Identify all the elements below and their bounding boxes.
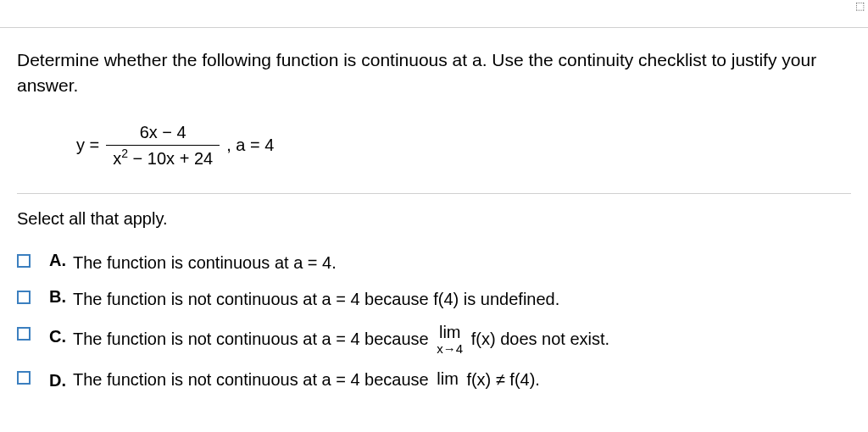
option-C[interactable]: C. The function is not continuous at a =… xyxy=(17,324,851,355)
equation-lhs: y = xyxy=(76,136,99,155)
equation-denominator: x2 − 10x + 24 xyxy=(106,145,220,171)
checkbox-C[interactable] xyxy=(17,327,31,341)
equation: y = 6x − 4 x2 − 10x + 24 , a = 4 xyxy=(76,119,851,171)
option-A[interactable]: A. The function is continuous at a = 4. xyxy=(17,251,851,274)
checkbox-B[interactable] xyxy=(17,291,31,304)
divider-mid xyxy=(17,193,851,194)
question-prompt: Determine whether the following function… xyxy=(17,47,851,99)
cropped-fragment: ⬚ xyxy=(855,0,865,12)
option-letter: D. xyxy=(49,371,73,390)
limit-expression: lim x→4 xyxy=(437,324,463,355)
option-text: The function is continuous at a = 4. xyxy=(73,251,337,274)
option-letter: C. xyxy=(49,327,73,346)
limit-expression: lim xyxy=(437,370,459,389)
select-all-label: Select all that apply. xyxy=(17,209,851,229)
option-letter: B. xyxy=(49,287,73,307)
option-text: The function is not continuous at a = 4 … xyxy=(73,368,540,391)
option-letter: A. xyxy=(49,251,73,270)
options-list: A. The function is continuous at a = 4. … xyxy=(17,251,851,391)
option-text: The function is not continuous at a = 4 … xyxy=(73,324,609,355)
option-B[interactable]: B. The function is not continuous at a =… xyxy=(17,287,851,311)
equation-after: , a = 4 xyxy=(226,136,274,155)
checkbox-D[interactable] xyxy=(17,371,31,385)
question-content: Determine whether the following function… xyxy=(17,47,851,404)
option-D[interactable]: D. The function is not continuous at a =… xyxy=(17,368,851,391)
divider-top xyxy=(0,27,868,28)
checkbox-A[interactable] xyxy=(17,254,31,268)
equation-fraction: 6x − 4 x2 − 10x + 24 xyxy=(106,119,220,171)
equation-numerator: 6x − 4 xyxy=(133,119,193,145)
option-text: The function is not continuous at a = 4 … xyxy=(73,287,559,311)
